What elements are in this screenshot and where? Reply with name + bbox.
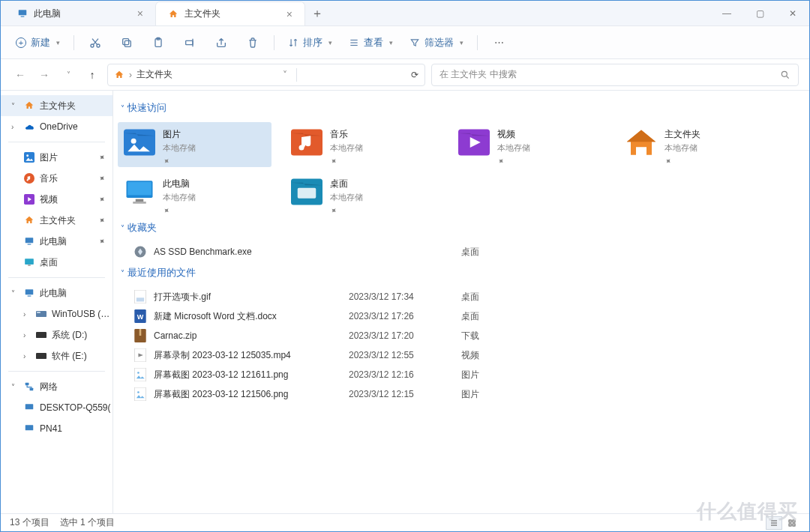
file-row[interactable]: 屏幕截图 2023-03-12 121611.png 2023/3/12 12:… — [118, 365, 796, 384]
music-icon — [23, 172, 35, 184]
sidebar-item-onedrive[interactable]: › OneDrive — [1, 116, 112, 137]
quick-access-item[interactable]: 图片 本地存储 ✦ — [118, 122, 272, 167]
sidebar-item-drive-c[interactable]: › WinToUSB (C:) — [1, 303, 112, 324]
delete-button[interactable] — [239, 31, 266, 54]
explorer-window: 此电脑 × 主文件夹 × ＋ — ▢ ✕ + 新建 ▾ — [0, 0, 810, 532]
sidebar-item-desktop[interactable]: 桌面 — [1, 252, 112, 273]
back-button[interactable]: ← — [11, 66, 29, 84]
divider — [8, 371, 105, 372]
sidebar-item-this-pc[interactable]: ˅ 此电脑 — [1, 282, 112, 303]
file-row[interactable]: 屏幕截图 2023-03-12 121506.png 2023/3/12 12:… — [118, 384, 796, 404]
sidebar-item-network-host-1[interactable]: DESKTOP-Q559( — [1, 397, 112, 418]
up-button[interactable]: ↑ — [83, 66, 101, 84]
close-icon[interactable]: × — [137, 7, 143, 19]
file-row[interactable]: AS SSD Benchmark.exe 桌面 — [118, 242, 796, 262]
recent-dropdown[interactable]: ˅ — [59, 66, 77, 84]
cut-button[interactable] — [82, 31, 109, 54]
sidebar-item-drive-e[interactable]: › 软件 (E:) — [1, 345, 112, 366]
address-bar[interactable]: › 主文件夹 ˅ ⟳ — [107, 64, 425, 86]
svg-rect-27 — [36, 353, 46, 359]
refresh-button[interactable]: ⟳ — [411, 70, 418, 80]
file-name: Carnac.zip — [154, 330, 349, 341]
file-row[interactable]: 打开选项卡.gif 2023/3/12 17:34 桌面 — [118, 287, 796, 306]
svg-rect-31 — [26, 425, 34, 430]
tab-label: 此电脑 — [34, 7, 61, 20]
quick-access-item[interactable]: 视频 本地存储 ✦ — [452, 122, 606, 167]
pin-icon: ✦ — [96, 193, 107, 205]
file-row[interactable]: 屏幕录制 2023-03-12 125035.mp4 2023/3/12 12:… — [118, 345, 796, 365]
item-name: 音乐 — [330, 128, 433, 141]
chevron-down-icon: ˅ — [121, 224, 124, 232]
chevron-down-icon: ˅ — [121, 104, 124, 112]
copy-button[interactable] — [113, 31, 140, 54]
music-folder-icon — [291, 127, 322, 158]
svg-rect-23 — [28, 296, 32, 297]
svg-rect-30 — [26, 404, 34, 409]
home-icon — [23, 214, 35, 226]
sidebar-item-pictures[interactable]: 图片 ✦ — [1, 147, 112, 168]
item-sub: 本地存储 — [163, 142, 266, 154]
sidebar-item-home-folder[interactable]: 主文件夹 ✦ — [1, 210, 112, 231]
pc-icon — [17, 8, 28, 19]
quick-access-item[interactable]: 此电脑 本地存储 ✦ — [118, 172, 272, 217]
png-icon — [133, 387, 148, 402]
svg-rect-38 — [136, 199, 144, 202]
pictures-icon — [23, 151, 35, 163]
forward-button[interactable]: → — [35, 66, 53, 84]
mp4-icon — [133, 348, 148, 363]
sort-icon — [288, 37, 298, 48]
close-button[interactable]: ✕ — [776, 1, 809, 25]
sidebar-item-music[interactable]: 音乐 ✦ — [1, 168, 112, 189]
svg-rect-26 — [36, 332, 46, 338]
file-row[interactable]: Carnac.zip 2023/3/12 17:20 下载 — [118, 326, 796, 345]
address-bar-row: ← → ˅ ↑ › 主文件夹 ˅ ⟳ 在 主文件夹 中搜索 — [1, 59, 809, 91]
view-button[interactable]: 查看 ▾ — [343, 31, 399, 54]
pin-icon: ✦ — [497, 156, 506, 166]
tiles-view-button[interactable] — [784, 516, 800, 530]
quick-access-item[interactable]: 桌面 本地存储 ✦ — [285, 172, 439, 217]
new-tab-button[interactable]: ＋ — [305, 1, 329, 25]
sidebar-item-network-host-2[interactable]: PN41 — [1, 418, 112, 439]
pin-icon: ✦ — [330, 156, 339, 166]
file-date: 2023/3/12 12:15 — [349, 389, 461, 399]
section-quick-access[interactable]: ˅ 快速访问 — [121, 101, 796, 115]
svg-rect-58 — [793, 520, 795, 522]
item-name: 桌面 — [330, 178, 433, 190]
chevron-down-icon[interactable]: ˅ — [283, 70, 287, 80]
minimize-button[interactable]: — — [710, 1, 743, 25]
breadcrumb-current[interactable]: 主文件夹 — [136, 68, 172, 81]
file-date: 2023/3/12 17:20 — [349, 330, 461, 341]
quick-access-item[interactable]: 音乐 本地存储 ✦ — [285, 122, 439, 167]
close-icon[interactable]: × — [286, 8, 292, 20]
video-folder-icon — [458, 127, 490, 158]
pin-icon: ✦ — [96, 151, 107, 163]
paste-button[interactable] — [145, 31, 172, 54]
svg-rect-5 — [123, 38, 129, 44]
svg-point-12 — [782, 71, 787, 76]
new-button[interactable]: + 新建 ▾ — [10, 31, 66, 54]
chevron-right-icon: › — [23, 331, 31, 339]
file-location: 图片 — [461, 388, 551, 401]
search-placeholder: 在 主文件夹 中搜索 — [440, 68, 517, 81]
sidebar-item-drive-d[interactable]: › 系统 (D:) — [1, 324, 112, 345]
sidebar-item-this-pc-quick[interactable]: 此电脑 ✦ — [1, 231, 112, 252]
share-button[interactable] — [208, 31, 235, 54]
sidebar-item-network[interactable]: ˅ 网络 — [1, 376, 112, 397]
filter-button[interactable]: 筛选器 ▾ — [404, 31, 470, 54]
rename-button[interactable] — [176, 31, 203, 54]
more-button[interactable]: ⋯ — [485, 31, 512, 54]
svg-point-53 — [137, 391, 140, 393]
details-view-button[interactable] — [766, 516, 782, 530]
tab-this-pc[interactable]: 此电脑 × — [5, 1, 155, 25]
tab-home-folder[interactable]: 主文件夹 × — [155, 1, 305, 25]
search-input[interactable]: 在 主文件夹 中搜索 — [431, 64, 799, 86]
sort-button[interactable]: 排序 ▾ — [282, 31, 338, 54]
chevron-down-icon: ▾ — [328, 39, 332, 46]
sidebar-item-home[interactable]: ˅ 主文件夹 — [1, 95, 112, 116]
sidebar-item-videos[interactable]: 视频 ✦ — [1, 189, 112, 210]
maximize-button[interactable]: ▢ — [743, 1, 776, 25]
quick-access-item[interactable]: 主文件夹 本地存储 ✦ — [620, 122, 773, 167]
section-recent[interactable]: ˅ 最近使用的文件 — [121, 266, 796, 279]
file-row[interactable]: W 新建 Microsoft Word 文档.docx 2023/3/12 17… — [118, 306, 796, 326]
section-favorites[interactable]: ˅ 收藏夹 — [121, 221, 796, 235]
